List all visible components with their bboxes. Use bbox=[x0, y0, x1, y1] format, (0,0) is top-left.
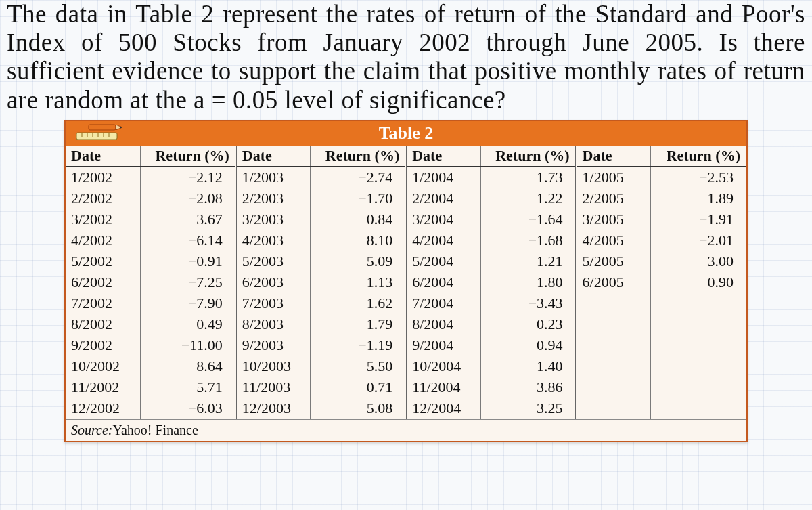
date-cell: 5/2005 bbox=[576, 251, 651, 272]
return-cell: −2.74 bbox=[311, 167, 406, 188]
date-cell: 5/2004 bbox=[406, 251, 481, 272]
return-cell: −11.00 bbox=[141, 335, 236, 356]
date-cell: 8/2002 bbox=[66, 314, 141, 335]
date-cell: 10/2002 bbox=[66, 356, 141, 377]
date-cell: 9/2002 bbox=[66, 335, 141, 356]
return-cell: −6.14 bbox=[141, 230, 236, 251]
date-cell: 7/2004 bbox=[406, 293, 481, 314]
col-header-date: Date bbox=[576, 146, 651, 167]
return-cell bbox=[651, 314, 746, 335]
return-cell: −7.25 bbox=[141, 272, 236, 293]
return-cell: −0.91 bbox=[141, 251, 236, 272]
svg-rect-7 bbox=[89, 125, 116, 130]
return-cell: 1.89 bbox=[651, 188, 746, 209]
date-cell: 9/2003 bbox=[235, 335, 311, 356]
return-cell: 0.71 bbox=[311, 377, 406, 398]
date-cell: 1/2005 bbox=[576, 167, 651, 188]
return-cell: 8.10 bbox=[311, 230, 406, 251]
return-cell: 1.22 bbox=[480, 188, 576, 209]
return-cell: 1.73 bbox=[480, 167, 576, 188]
return-cell: −2.12 bbox=[141, 167, 236, 188]
col-header-return: Return (%) bbox=[311, 146, 406, 167]
return-cell: 1.21 bbox=[480, 251, 576, 272]
source-label: Source: bbox=[71, 423, 112, 438]
table-row: 4/2002−6.144/20038.104/2004−1.684/2005−2… bbox=[66, 230, 746, 251]
return-cell: −2.08 bbox=[141, 188, 236, 209]
date-cell: 2/2002 bbox=[66, 188, 141, 209]
date-cell: 6/2002 bbox=[66, 272, 141, 293]
date-cell: 7/2002 bbox=[66, 293, 141, 314]
date-cell: 1/2002 bbox=[66, 167, 141, 188]
col-header-date: Date bbox=[66, 146, 141, 167]
table-2: Table 2 DateReturn (%)DateReturn (%)Date… bbox=[64, 120, 748, 442]
table-row: 2/2002−2.082/2003−1.702/20041.222/20051.… bbox=[66, 188, 746, 209]
date-cell bbox=[576, 314, 651, 335]
return-cell: 3.00 bbox=[651, 251, 746, 272]
svg-marker-9 bbox=[120, 126, 122, 129]
table-row: 3/20023.673/20030.843/2004−1.643/2005−1.… bbox=[66, 209, 746, 230]
date-cell bbox=[576, 293, 651, 314]
return-cell bbox=[651, 293, 746, 314]
return-cell: 5.08 bbox=[311, 398, 406, 419]
return-cell: 3.25 bbox=[480, 398, 576, 419]
return-cell: 1.80 bbox=[480, 272, 576, 293]
date-cell: 1/2004 bbox=[406, 167, 481, 188]
date-cell: 3/2002 bbox=[66, 209, 141, 230]
return-cell: −1.91 bbox=[651, 209, 746, 230]
return-cell: 5.09 bbox=[311, 251, 406, 272]
return-cell: −2.01 bbox=[651, 230, 746, 251]
return-cell: 1.40 bbox=[480, 356, 576, 377]
date-cell: 12/2004 bbox=[406, 398, 481, 419]
date-cell bbox=[576, 377, 651, 398]
return-cell bbox=[651, 335, 746, 356]
date-cell: 3/2003 bbox=[235, 209, 311, 230]
date-cell: 11/2004 bbox=[406, 377, 481, 398]
return-cell: −1.68 bbox=[480, 230, 576, 251]
problem-statement: The data in Table 2 represent the rates … bbox=[5, 0, 807, 120]
date-cell: 2/2004 bbox=[406, 188, 481, 209]
return-cell: −1.64 bbox=[480, 209, 576, 230]
date-cell: 3/2004 bbox=[406, 209, 481, 230]
date-cell: 2/2003 bbox=[235, 188, 311, 209]
return-cell: −1.19 bbox=[311, 335, 406, 356]
return-cell: −7.90 bbox=[141, 293, 236, 314]
return-cell: 1.62 bbox=[311, 293, 406, 314]
table-source: Source:Yahoo! Finance bbox=[66, 419, 746, 441]
date-cell bbox=[576, 398, 651, 419]
return-cell: 0.94 bbox=[480, 335, 576, 356]
return-cell: 0.23 bbox=[480, 314, 576, 335]
return-cell: −6.03 bbox=[141, 398, 236, 419]
date-cell: 4/2002 bbox=[66, 230, 141, 251]
date-cell: 8/2004 bbox=[406, 314, 481, 335]
date-cell: 6/2003 bbox=[235, 272, 311, 293]
date-cell: 1/2003 bbox=[235, 167, 311, 188]
date-cell: 4/2003 bbox=[235, 230, 311, 251]
table-row: 11/20025.7111/20030.7111/20043.86 bbox=[66, 377, 746, 398]
date-cell: 9/2004 bbox=[406, 335, 481, 356]
date-cell: 10/2004 bbox=[406, 356, 481, 377]
data-table: DateReturn (%)DateReturn (%)DateReturn (… bbox=[66, 146, 746, 419]
return-cell: −1.70 bbox=[311, 188, 406, 209]
return-cell bbox=[651, 398, 746, 419]
return-cell: 3.86 bbox=[480, 377, 576, 398]
date-cell: 2/2005 bbox=[576, 188, 651, 209]
table-title: Table 2 bbox=[66, 121, 746, 146]
table-row: 8/20020.498/20031.798/20040.23 bbox=[66, 314, 746, 335]
return-cell: 3.67 bbox=[141, 209, 236, 230]
date-cell: 5/2002 bbox=[66, 251, 141, 272]
date-cell: 3/2005 bbox=[576, 209, 651, 230]
date-cell: 8/2003 bbox=[235, 314, 311, 335]
table-row: 6/2002−7.256/20031.136/20041.806/20050.9… bbox=[66, 272, 746, 293]
return-cell: 5.50 bbox=[311, 356, 406, 377]
svg-rect-0 bbox=[76, 133, 117, 140]
date-cell: 12/2003 bbox=[235, 398, 311, 419]
return-cell bbox=[651, 356, 746, 377]
date-cell: 4/2004 bbox=[406, 230, 481, 251]
return-cell: 0.84 bbox=[311, 209, 406, 230]
return-cell: 1.13 bbox=[311, 272, 406, 293]
return-cell: −2.53 bbox=[651, 167, 746, 188]
return-cell bbox=[651, 377, 746, 398]
date-cell: 12/2002 bbox=[66, 398, 141, 419]
col-header-date: Date bbox=[235, 146, 311, 167]
source-text: Yahoo! Finance bbox=[112, 423, 198, 438]
